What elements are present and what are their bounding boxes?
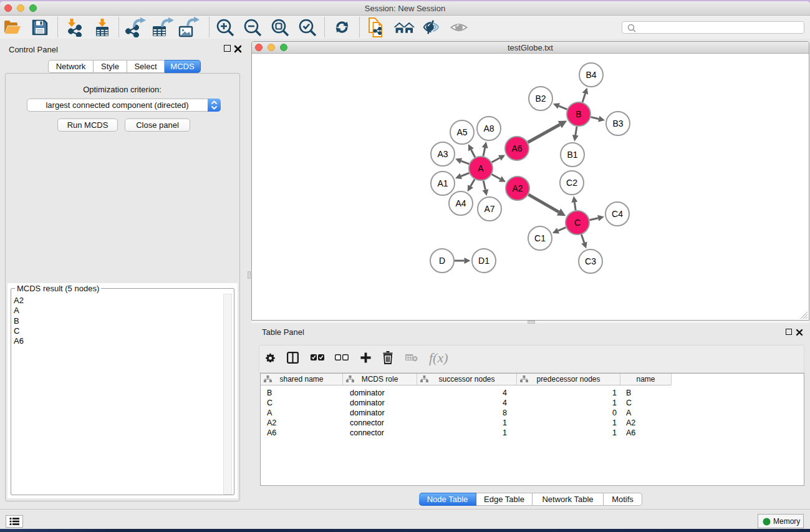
svg-text:A8: A8 (483, 123, 494, 133)
svg-text:C2: C2 (566, 178, 577, 188)
svg-text:C: C (574, 218, 581, 228)
svg-text:A7: A7 (484, 204, 494, 214)
svg-text:C3: C3 (585, 256, 596, 266)
svg-text:A4: A4 (455, 198, 466, 208)
svg-text:A2: A2 (512, 183, 523, 193)
svg-text:A3: A3 (437, 149, 448, 159)
svg-text:B4: B4 (586, 70, 596, 80)
svg-text:B3: B3 (612, 118, 623, 128)
svg-text:B1: B1 (567, 150, 577, 160)
svg-text:A5: A5 (456, 127, 467, 137)
svg-text:D: D (439, 256, 445, 266)
svg-text:A: A (478, 163, 484, 173)
svg-text:B2: B2 (535, 94, 546, 104)
svg-text:A1: A1 (437, 178, 448, 188)
svg-text:A6: A6 (511, 143, 522, 153)
svg-text:B: B (576, 109, 581, 119)
svg-text:C4: C4 (612, 209, 623, 219)
svg-text:D1: D1 (478, 256, 489, 266)
svg-text:C1: C1 (534, 233, 546, 243)
